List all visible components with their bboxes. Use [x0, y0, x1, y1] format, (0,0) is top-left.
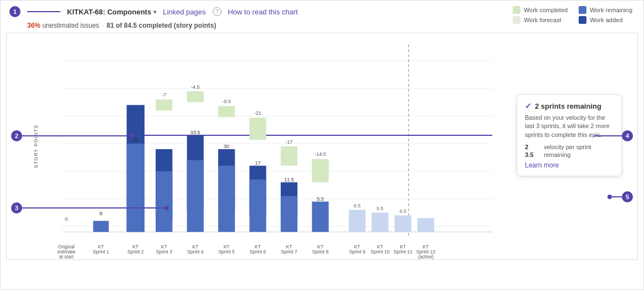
legend-remaining-label: Work remaining: [590, 7, 632, 13]
svg-text:-9.5: -9.5: [222, 99, 231, 104]
svg-rect-53: [395, 215, 411, 232]
svg-rect-51: [372, 212, 388, 232]
svg-text:6.5: 6.5: [354, 203, 361, 209]
svg-rect-40: [281, 146, 297, 166]
svg-rect-28: [218, 106, 235, 117]
annotation-5-group: 5: [607, 191, 633, 202]
svg-rect-37: [249, 180, 266, 232]
how-to-link[interactable]: How to read this chart: [228, 8, 298, 16]
legend-completed: Work completed: [513, 6, 568, 14]
page-container: 1 KITKAT-68: Components ▾ Linked pages ?…: [0, 0, 644, 290]
legend-forecast-label: Work forecast: [524, 17, 561, 23]
legend-completed-label: Work completed: [524, 7, 568, 13]
svg-rect-31: [218, 166, 235, 232]
svg-rect-46: [312, 159, 328, 182]
svg-text:Sprint 5: Sprint 5: [218, 249, 235, 255]
svg-text:Sprint 4: Sprint 4: [187, 249, 204, 255]
svg-text:-21: -21: [254, 110, 261, 116]
svg-text:Sprint 11: Sprint 11: [394, 249, 413, 255]
svg-text:17: 17: [255, 160, 261, 166]
annotation-2-group: 2: [11, 130, 135, 141]
svg-rect-55: [418, 218, 434, 232]
annotation-badge-5: 5: [622, 191, 633, 202]
check-icon: ✓: [525, 101, 532, 110]
subtitle-text: unestimated issues: [42, 22, 99, 29]
legend: Work completed Work forecast Work remain…: [513, 6, 632, 24]
swatch-completed: [513, 6, 521, 14]
velocity-stat: 2 velocity per sprint: [525, 144, 614, 150]
annotation-dot-5: [607, 195, 612, 199]
velocity-num: 2: [525, 144, 540, 150]
svg-text:Sprint 6: Sprint 6: [250, 249, 266, 255]
chart-area: STORY POINTS 0: [6, 33, 638, 260]
svg-text:of epic: of epic: [59, 259, 74, 260]
svg-rect-43: [281, 196, 297, 232]
svg-text:11.5: 11.5: [284, 177, 294, 182]
svg-text:4.5: 4.5: [399, 208, 406, 214]
svg-text:Sprint 1: Sprint 1: [93, 249, 110, 255]
svg-text:Sprint 3: Sprint 3: [156, 249, 173, 255]
svg-text:(active): (active): [418, 254, 434, 260]
annotation-line-4: [594, 135, 622, 136]
board-title: KITKAT-68: Components ▾: [67, 8, 156, 16]
annotation-badge-3: 3: [11, 202, 22, 213]
board-title-text: KITKAT-68: Components: [67, 8, 151, 16]
svg-text:Sprint 2: Sprint 2: [127, 249, 144, 255]
svg-rect-10: [93, 221, 109, 232]
svg-text:5.5: 5.5: [317, 196, 324, 202]
svg-text:5.5: 5.5: [377, 206, 384, 211]
annotation-badge-4: 4: [622, 130, 633, 141]
svg-text:30: 30: [224, 144, 229, 149]
annotation-line-3: [22, 207, 164, 208]
annotation-line-5: [612, 196, 622, 197]
forecast-stats: 2 velocity per sprint 3.5 remaining: [525, 144, 614, 158]
remaining-num: 3.5: [525, 151, 540, 158]
linked-pages-link[interactable]: Linked pages: [163, 8, 205, 16]
svg-text:-14.5: -14.5: [315, 151, 326, 157]
svg-text:0: 0: [65, 216, 68, 222]
svg-rect-14: [127, 144, 145, 232]
swatch-remaining: [579, 6, 586, 14]
remaining-label: remaining: [544, 151, 570, 158]
legend-forecast: Work forecast: [513, 16, 568, 24]
svg-text:-4.5: -4.5: [191, 84, 200, 90]
remaining-stat: 3.5 remaining: [525, 151, 614, 158]
svg-rect-25: [187, 160, 204, 232]
learn-more-link[interactable]: Learn more: [525, 161, 614, 169]
board-title-caret[interactable]: ▾: [153, 9, 156, 15]
swatch-forecast: [513, 16, 521, 24]
legend-added: Work added: [579, 16, 632, 24]
unestimated-pct: 36%: [27, 22, 40, 29]
forecast-title-text: 2 sprints remaining: [535, 102, 601, 110]
svg-text:-17: -17: [285, 139, 292, 145]
annotation-4-group: 4: [594, 130, 633, 141]
forecast-title: ✓ 2 sprints remaining: [525, 101, 614, 110]
help-icon[interactable]: ?: [213, 7, 221, 16]
svg-text:Sprint 10: Sprint 10: [370, 249, 390, 255]
svg-text:Sprint 7: Sprint 7: [281, 249, 297, 255]
legend-group-left: Work completed Work forecast: [513, 6, 568, 24]
legend-added-label: Work added: [590, 17, 622, 23]
annotation-badge-1: 1: [9, 6, 20, 17]
svg-text:Sprint 9: Sprint 9: [349, 249, 365, 255]
svg-rect-17: [156, 99, 172, 110]
svg-text:-7: -7: [162, 92, 166, 98]
annotation-3-group: 3: [11, 202, 169, 213]
svg-text:33.5: 33.5: [190, 130, 200, 135]
svg-rect-34: [249, 118, 266, 140]
legend-remaining: Work remaining: [579, 6, 632, 14]
annotation-dot-3: [164, 206, 169, 210]
annotation-badge-2: 2: [11, 130, 22, 141]
swatch-added: [579, 16, 586, 24]
annotation-line-1: [27, 11, 60, 12]
annotation-dot-2: [130, 134, 135, 138]
legend-group-right: Work remaining Work added: [579, 6, 632, 24]
svg-rect-47: [312, 202, 328, 232]
velocity-label: velocity per sprint: [544, 144, 591, 150]
svg-rect-22: [187, 91, 204, 102]
svg-rect-20: [156, 171, 172, 232]
annotation-line-2: [22, 135, 130, 136]
completed-text: 81 of 84.5 completed (story points): [106, 22, 216, 29]
svg-rect-49: [349, 210, 365, 232]
svg-text:Sprint 8: Sprint 8: [312, 249, 329, 255]
